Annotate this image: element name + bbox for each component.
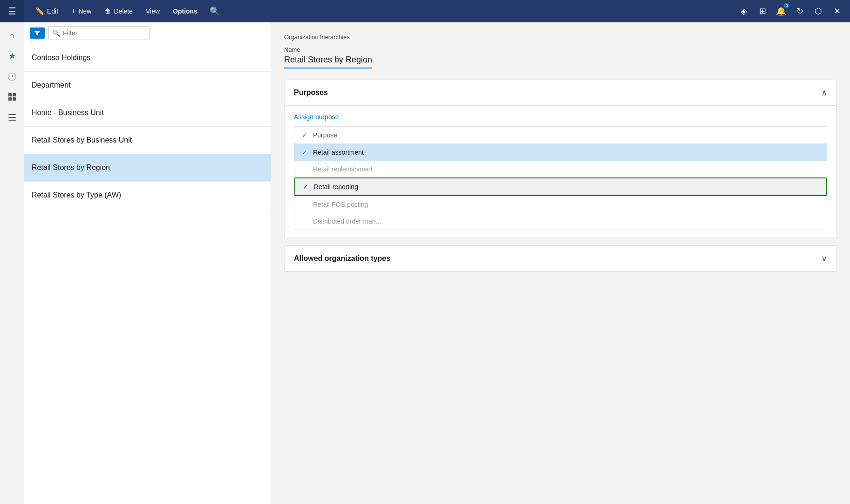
- purpose-header-check: ✓: [302, 131, 313, 139]
- toolbar: ✏️ Edit + New 🗑 Delete View Options 🔍: [24, 3, 736, 19]
- purpose-label: Distributed order man...: [313, 218, 381, 225]
- diamond-icon-button[interactable]: ◈: [736, 4, 751, 19]
- purpose-row[interactable]: Retail replenishment: [294, 161, 827, 177]
- list-item[interactable]: Home - Business Unit: [24, 99, 271, 127]
- close-icon: ✕: [834, 6, 841, 16]
- assign-purpose-link[interactable]: Assign purpose: [294, 113, 339, 121]
- new-label: New: [78, 7, 91, 15]
- sidebar-item-home[interactable]: ⌂: [3, 26, 21, 45]
- purpose-check-icon: ✓: [302, 149, 313, 156]
- list-item[interactable]: Retail Stores by Type (AW): [24, 182, 271, 209]
- windows-icon-button[interactable]: ⊞: [755, 4, 770, 19]
- purpose-row[interactable]: Retail POS posting: [294, 196, 827, 213]
- favorites-icon: ★: [8, 51, 16, 61]
- notification-count: 0: [783, 2, 790, 9]
- svg-rect-3: [13, 97, 16, 101]
- purpose-row[interactable]: Distributed order man...: [294, 213, 827, 230]
- purpose-label: Retail POS posting: [313, 201, 368, 208]
- delete-icon: 🗑: [104, 7, 111, 15]
- svg-rect-0: [8, 93, 12, 96]
- list-item[interactable]: Department: [24, 72, 271, 99]
- purposes-section: Purposes ∧ Assign purpose ✓ Purpose ✓Ret…: [284, 80, 837, 238]
- list-item[interactable]: Retail Stores by Region: [24, 154, 271, 182]
- purpose-rows: ✓Retail assortmentRetail replenishment✓R…: [294, 144, 827, 230]
- options-label: Options: [173, 7, 197, 15]
- delete-label: Delete: [114, 7, 132, 15]
- windows-icon: ⊞: [759, 6, 766, 16]
- list-items: Contoso HoldingsDepartmentHome - Busines…: [24, 44, 271, 504]
- main-layout: ⌂ ★ 🕐: [0, 22, 850, 504]
- purpose-row[interactable]: ✓Retail reporting: [294, 177, 827, 196]
- popout-icon: ⬡: [815, 6, 822, 16]
- name-field-value[interactable]: Retail Stores by Region: [284, 55, 372, 68]
- recent-icon: 🕐: [7, 72, 17, 81]
- search-button[interactable]: 🔍: [205, 3, 224, 19]
- new-plus-icon: +: [71, 7, 75, 15]
- list-item[interactable]: Retail Stores by Business Unit: [24, 127, 271, 154]
- allowed-org-section-title: Allowed organization types: [294, 254, 390, 263]
- sidebar-item-recent[interactable]: 🕐: [3, 67, 21, 86]
- refresh-icon: ↻: [796, 6, 803, 16]
- purpose-check-icon: ✓: [303, 183, 314, 191]
- list-item[interactable]: Contoso Holdings: [24, 44, 271, 72]
- app-bar: ☰ ✏️ Edit + New 🗑 Delete View Options 🔍 …: [0, 0, 850, 22]
- sidebar-item-list[interactable]: [3, 108, 21, 127]
- search-icon: 🔍: [210, 7, 220, 16]
- breadcrumb: Organization hierarchies: [284, 34, 837, 41]
- options-button[interactable]: Options: [167, 5, 203, 18]
- top-right-icons: ◈ ⊞ 🔔 0 ↻ ⬡ ✕: [736, 4, 850, 19]
- list-header: 🔍: [24, 22, 271, 44]
- svg-rect-2: [8, 97, 12, 101]
- svg-rect-5: [8, 117, 16, 118]
- delete-button[interactable]: 🗑 Delete: [99, 5, 138, 18]
- purpose-header-label: Purpose: [313, 131, 337, 139]
- purposes-section-title: Purposes: [294, 89, 328, 97]
- list-icon: [7, 113, 17, 122]
- refresh-button[interactable]: ↻: [792, 4, 807, 19]
- purpose-table: ✓ Purpose ✓Retail assortmentRetail reple…: [294, 126, 827, 230]
- home-icon: ⌂: [9, 31, 14, 41]
- svg-rect-6: [8, 120, 16, 121]
- workspace-icon: [7, 92, 17, 102]
- svg-rect-4: [8, 114, 16, 115]
- filter-active-icon[interactable]: [30, 27, 45, 39]
- purpose-label: Retail reporting: [314, 183, 358, 191]
- detail-panel: Organization hierarchies Name Retail Sto…: [271, 22, 850, 504]
- sidebar-icons: ⌂ ★ 🕐: [0, 22, 24, 504]
- edit-label: Edit: [47, 7, 58, 15]
- hamburger-icon: ☰: [8, 6, 16, 17]
- search-wrapper: 🔍: [48, 26, 265, 40]
- close-button[interactable]: ✕: [830, 4, 844, 19]
- name-field-label: Name: [284, 46, 837, 53]
- popout-button[interactable]: ⬡: [811, 4, 826, 19]
- new-button[interactable]: + New: [66, 4, 97, 18]
- notification-button[interactable]: 🔔 0: [774, 4, 789, 19]
- allowed-org-section-header[interactable]: Allowed organization types ∨: [285, 246, 836, 271]
- diamond-icon: ◈: [741, 6, 747, 16]
- view-label: View: [146, 7, 160, 15]
- allowed-org-chevron-down-icon: ∨: [821, 253, 827, 264]
- purpose-label: Retail assortment: [313, 149, 364, 156]
- edit-icon: ✏️: [35, 7, 44, 15]
- sidebar-item-workspace[interactable]: [3, 88, 21, 106]
- allowed-org-section: Allowed organization types ∨: [284, 245, 837, 272]
- purposes-section-header[interactable]: Purposes ∧: [285, 80, 836, 106]
- search-wrapper-icon: 🔍: [52, 29, 60, 37]
- hamburger-menu[interactable]: ☰: [0, 0, 24, 22]
- purposes-chevron-up-icon: ∧: [821, 88, 827, 98]
- filter-input[interactable]: [48, 26, 150, 40]
- list-panel: 🔍 Contoso HoldingsDepartmentHome - Busin…: [24, 22, 271, 504]
- purposes-section-body: Assign purpose ✓ Purpose ✓Retail assortm…: [285, 106, 836, 238]
- sidebar-item-favorites[interactable]: ★: [3, 47, 21, 65]
- purpose-label: Retail replenishment: [313, 165, 373, 173]
- svg-rect-1: [13, 93, 16, 96]
- edit-button[interactable]: ✏️ Edit: [30, 4, 64, 18]
- purpose-table-header: ✓ Purpose: [294, 127, 827, 144]
- purpose-row[interactable]: ✓Retail assortment: [294, 144, 827, 161]
- view-button[interactable]: View: [140, 5, 165, 18]
